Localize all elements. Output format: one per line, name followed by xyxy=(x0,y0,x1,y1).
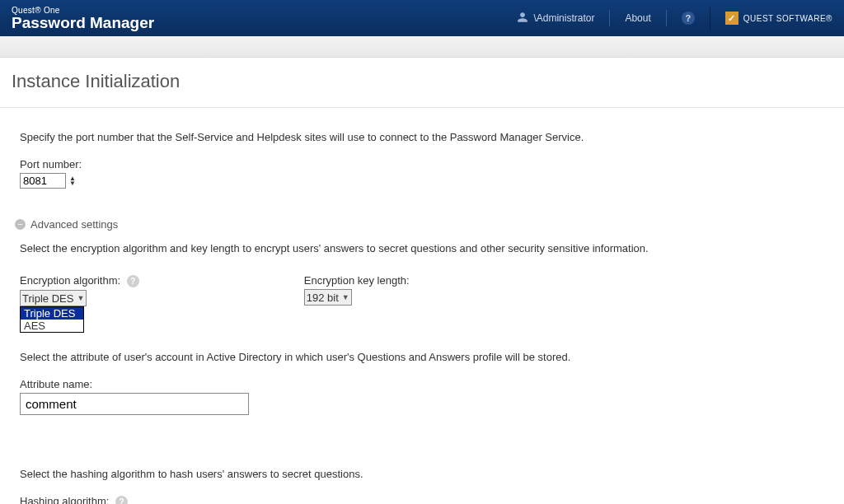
topbar-right: \Administrator About ? ✓ QUEST SOFTWARE® xyxy=(517,6,832,30)
chevron-down-icon: ▼ xyxy=(342,293,349,301)
sub-bar xyxy=(0,36,844,58)
attribute-input[interactable] xyxy=(20,393,249,415)
option-triple-des[interactable]: Triple DES xyxy=(21,307,83,320)
attribute-description: Select the attribute of user's account i… xyxy=(20,351,824,363)
top-bar: Quest® One Password Manager \Administrat… xyxy=(0,0,844,36)
help-icon[interactable]: ? xyxy=(115,496,128,504)
select-value: Triple DES xyxy=(22,292,73,305)
separator xyxy=(710,6,710,30)
encryption-algo-options: Triple DES AES xyxy=(20,306,84,333)
port-row: ▲ ▼ xyxy=(20,173,824,189)
help-icon[interactable]: ? xyxy=(127,275,139,287)
encryption-algo-label: Encryption algorithm: ? xyxy=(20,274,139,287)
key-length-block: Encryption key length: 192 bit ▼ xyxy=(304,269,410,306)
separator xyxy=(609,10,610,26)
port-description: Specify the port number that the Self-Se… xyxy=(20,131,824,143)
vendor-logo: ✓ QUEST SOFTWARE® xyxy=(725,12,832,25)
attribute-label: Attribute name: xyxy=(20,378,824,390)
chevron-down-icon: ▼ xyxy=(69,181,76,186)
encryption-description: Select the encryption algorithm and key … xyxy=(20,242,824,254)
advanced-label: Advanced settings xyxy=(30,218,118,231)
page-title: Instance Initialization xyxy=(12,71,832,92)
user-label: \Administrator xyxy=(533,12,594,24)
advanced-toggle[interactable]: − Advanced settings xyxy=(15,218,824,231)
vendor-mark-icon: ✓ xyxy=(725,12,738,25)
option-aes[interactable]: AES xyxy=(21,320,83,332)
user-icon xyxy=(517,12,528,26)
hashing-label: Hashing algorithm: ? xyxy=(20,495,824,504)
user-menu[interactable]: \Administrator xyxy=(517,12,594,26)
encryption-algo-block: Encryption algorithm: ? Triple DES ▼ Tri… xyxy=(20,269,139,306)
select-value: 192 bit xyxy=(307,292,339,304)
page-title-wrap: Instance Initialization xyxy=(0,58,844,108)
hashing-description: Select the hashing algorithm to hash use… xyxy=(20,468,824,480)
port-label: Port number: xyxy=(20,158,824,170)
chevron-down-icon: ▼ xyxy=(77,294,84,302)
key-length-select[interactable]: 192 bit ▼ xyxy=(304,289,352,306)
vendor-name: QUEST SOFTWARE® xyxy=(743,14,832,23)
encryption-algo-select[interactable]: Triple DES ▼ xyxy=(20,290,87,306)
key-length-label: Encryption key length: xyxy=(304,274,410,287)
port-stepper[interactable]: ▲ ▼ xyxy=(69,176,76,186)
collapse-icon: − xyxy=(15,219,26,230)
separator xyxy=(666,10,667,26)
brand-title: Password Manager xyxy=(12,15,154,30)
help-icon[interactable]: ? xyxy=(682,12,695,25)
about-link[interactable]: About xyxy=(625,12,650,24)
brand-subtitle: Quest® One xyxy=(12,7,154,15)
port-input[interactable] xyxy=(20,173,66,189)
content: Specify the port number that the Self-Se… xyxy=(0,108,844,504)
brand: Quest® One Password Manager xyxy=(12,7,154,30)
